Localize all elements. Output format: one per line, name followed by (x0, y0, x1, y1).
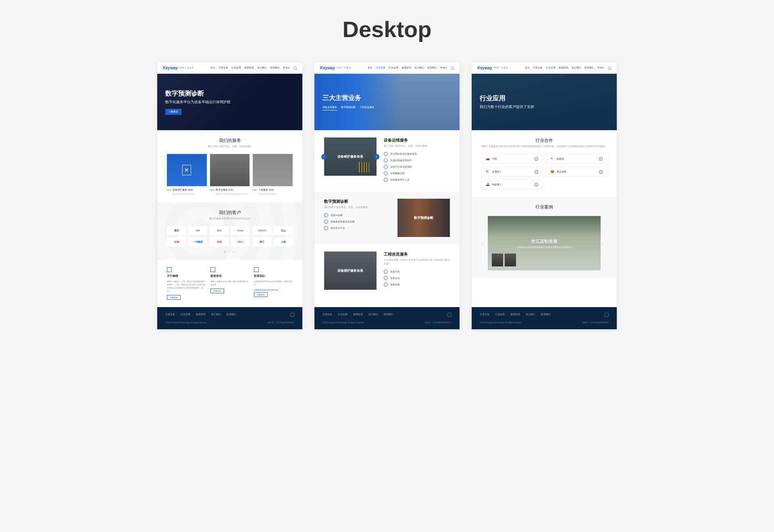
customer-logo: HELI (231, 237, 250, 246)
nav-lang[interactable]: 中/EN (597, 66, 604, 70)
expand-icon[interactable]: + (535, 183, 538, 187)
industry-item-ship[interactable]: 🚢 船舶重工 + (481, 180, 543, 189)
nav-lang[interactable]: 中/EN (440, 66, 447, 70)
footer-link[interactable]: 行业应用 (495, 313, 505, 316)
footer-link[interactable]: 加入我们 (526, 313, 535, 316)
list-item[interactable]: 设备维修 (384, 283, 450, 287)
service-card-digital[interactable]: 数字化服务 (DS) Digital Predictive Diagnosis … (210, 154, 250, 195)
email-link[interactable]: info@keyway-services.com (254, 289, 293, 291)
nav-news[interactable]: 新闻资讯 (244, 66, 254, 70)
service-label: 设备维护服务 (EM) (173, 188, 193, 192)
list-item[interactable]: 运维策略定制 (384, 171, 450, 175)
nav-business[interactable]: 主营业务 (533, 66, 543, 70)
list-item[interactable]: 设备升级 (384, 270, 450, 274)
next-arrow-icon[interactable]: › (374, 154, 379, 160)
nav-contact[interactable]: 联系我们 (585, 66, 594, 70)
footer-link[interactable]: 主营业务 (322, 313, 332, 316)
list-item[interactable]: 运维审核评估工具 (384, 178, 450, 182)
footer-link[interactable]: 联系我们 (384, 313, 393, 316)
search-icon[interactable] (608, 66, 611, 70)
industry-item-energy[interactable]: ☀ 新能源 + (546, 154, 607, 164)
nav-news[interactable]: 新闻资讯 (559, 66, 568, 70)
nav-home[interactable]: 首页 (368, 66, 372, 70)
search-icon[interactable] (293, 66, 297, 70)
learn-more-button[interactable]: 了解更多 (167, 295, 181, 300)
footer-link[interactable]: 联系我们 (227, 313, 236, 316)
footer-link[interactable]: 新闻资讯 (353, 313, 363, 316)
prev-arrow-icon[interactable]: ‹ (481, 241, 486, 246)
nav-join[interactable]: 加入我们 (572, 66, 581, 70)
list-item[interactable]: 设备数据采集监控诊断 (324, 220, 390, 224)
industry-label: 船舶重工 (492, 183, 502, 187)
hero-tab[interactable]: 数字预测诊断 (341, 105, 356, 110)
customer-logo: 一汽集团 (188, 237, 207, 246)
nav-join[interactable]: 加入我们 (257, 66, 267, 70)
expand-icon[interactable]: + (599, 170, 603, 174)
hero-tab[interactable]: 工程改造服务 (360, 105, 374, 110)
footer-link[interactable]: 加入我们 (211, 313, 221, 316)
service-card-engineering[interactable]: 工程服务 (ES) Engineering Service (253, 154, 293, 195)
nav-join[interactable]: 加入我们 (414, 66, 424, 70)
nav-home[interactable]: 首页 (210, 66, 215, 70)
nav-industry[interactable]: 行业应用 (546, 66, 556, 70)
header: Keyway 精维工业服务 首页 主营业务 行业应用 新闻资讯 加入我们 联系我… (157, 62, 302, 74)
expand-icon[interactable]: + (535, 157, 538, 161)
hero-cta-button[interactable]: 了解更多 (165, 109, 181, 115)
nav-business[interactable]: 主营业务 (218, 66, 228, 70)
case-section: 行业案例 ‹ 变压器制造商 为某国际知名的变压器制造商进行设备改造升级优化制造商… (472, 197, 617, 278)
service-label-sub: Equipment Maintenance (173, 193, 207, 195)
footer-link[interactable]: 联系我们 (541, 313, 551, 316)
nav-home[interactable]: 首页 (525, 66, 530, 70)
footer-link[interactable]: 主营业务 (480, 313, 489, 316)
bullet-icon (384, 178, 388, 182)
copyright: ©2020 Keyway Technology. All rights rese… (322, 321, 364, 324)
footer-link[interactable]: 行业应用 (338, 313, 347, 316)
service-card-maintenance[interactable]: 设备维护服务 (EM) Equipment Maintenance (167, 154, 207, 195)
footer-link[interactable]: 新闻资讯 (196, 313, 206, 316)
industry-item-metal[interactable]: ⚙ 金属加工 + (481, 167, 543, 177)
list-item[interactable]: 运维可行性深度调研 (384, 165, 450, 169)
footer-link[interactable]: 行业应用 (181, 313, 190, 316)
nav-contact[interactable]: 联系我们 (270, 66, 280, 70)
list-item[interactable]: 符合国际标准的服务体系 (384, 152, 450, 156)
industry-item-auto[interactable]: 🚗 汽车 + (481, 154, 543, 164)
footer-link[interactable]: 加入我们 (368, 313, 378, 316)
logo[interactable]: Keyway (477, 66, 492, 70)
list-item[interactable]: 先进的设备管理软件 (384, 158, 450, 162)
nav-news[interactable]: 新闻资讯 (402, 66, 411, 70)
footer-link[interactable]: 主营业务 (165, 313, 175, 316)
nav-industry[interactable]: 行业应用 (389, 66, 398, 70)
footer-link[interactable]: 新闻资讯 (510, 313, 520, 316)
list-item[interactable]: 设备改造 (384, 276, 450, 280)
expand-icon[interactable]: + (535, 170, 538, 174)
wechat-icon[interactable] (605, 313, 609, 317)
nav-lang[interactable]: 中/EN (283, 66, 289, 70)
carousel-dots[interactable]: ● ○ ○ (167, 250, 293, 253)
logo-subtitle: 精维工业服务 (179, 66, 194, 70)
search-icon[interactable] (451, 66, 454, 70)
logo[interactable]: Keyway (320, 66, 335, 70)
case-image[interactable]: 变压器制造商 为某国际知名的变压器制造商进行设备改造升级优化制造商进行 (488, 216, 601, 270)
wechat-icon[interactable] (290, 313, 294, 317)
image-label: 设备维护服务体系 (337, 154, 363, 159)
hero-tab[interactable]: 设备运维服务 (322, 105, 337, 110)
learn-more-button[interactable]: 了解更多 (254, 292, 268, 297)
nav-menu: 首页 主营业务 行业应用 新闻资讯 加入我们 联系我们 中/EN (368, 66, 447, 70)
industry-item-food[interactable]: 📦 食品饮料 + (546, 167, 607, 177)
wechat-icon[interactable] (447, 313, 452, 317)
industry-label: 食品饮料 (557, 170, 566, 174)
nav-menu: 首页 主营业务 行业应用 新闻资讯 加入我们 联系我们 中/EN (525, 66, 604, 70)
list-item[interactable]: 远程AI诊断 (324, 213, 390, 217)
learn-more-button[interactable]: 了解更多 (210, 289, 224, 293)
nav-contact[interactable]: 联系我们 (427, 66, 437, 70)
prev-arrow-icon[interactable]: ‹ (321, 154, 327, 160)
section-title: 行业案例 (481, 204, 607, 210)
nav-industry[interactable]: 行业应用 (231, 66, 241, 70)
logo[interactable]: Keyway (163, 66, 178, 70)
expand-icon[interactable]: + (599, 157, 603, 161)
list-item[interactable]: 备件共享平台 (324, 226, 390, 230)
next-arrow-icon[interactable]: › (602, 241, 607, 246)
footer: 主营业务 行业应用 新闻资讯 加入我们 联系我们 ©2020 Keyway Te… (314, 307, 460, 329)
section-title: 行业合作 (481, 137, 607, 143)
nav-business[interactable]: 主营业务 (376, 66, 385, 70)
